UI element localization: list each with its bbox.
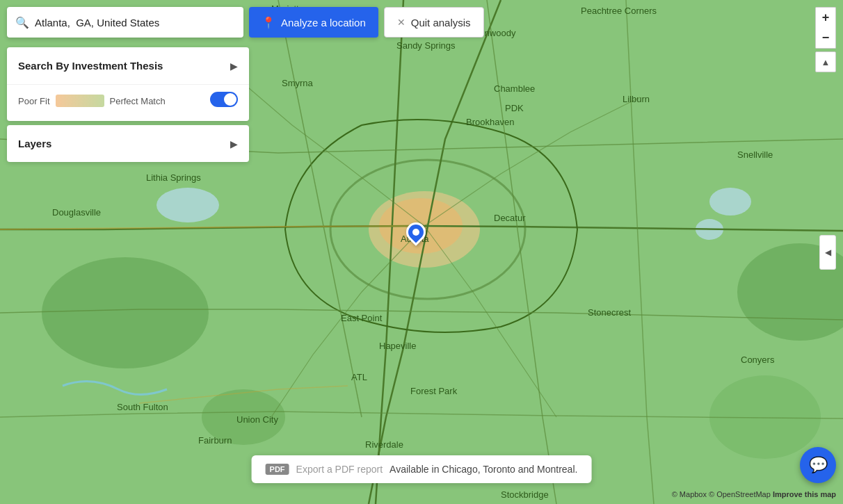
quit-label: Quit analysis xyxy=(411,17,471,29)
svg-point-9 xyxy=(202,389,285,445)
svg-point-2 xyxy=(709,188,751,216)
chat-button[interactable]: 💬 xyxy=(800,447,836,483)
poor-fit-label: Poor Fit xyxy=(18,96,50,106)
search-box[interactable]: 🔍 xyxy=(7,7,243,38)
thesis-toggle[interactable] xyxy=(210,92,238,107)
investment-thesis-header[interactable]: Search By Investment Thesis ▶ xyxy=(7,47,249,84)
left-panel: Search By Investment Thesis ▶ Poor Fit P… xyxy=(7,47,249,162)
attribution-text: © Mapbox © OpenStreetMap xyxy=(672,490,771,498)
pin-icon: 📍 xyxy=(262,16,275,29)
chevron-right-icon: ▶ xyxy=(230,60,238,72)
bottom-bar: PDF Export a PDF report Available in Chi… xyxy=(252,455,592,483)
collapse-button[interactable]: ◀ xyxy=(819,235,836,270)
export-pdf-link[interactable]: Export a PDF report xyxy=(296,464,383,475)
x-icon: ✕ xyxy=(397,17,406,28)
layers-section: Layers ▶ xyxy=(7,125,249,162)
zoom-controls: + − ▲ xyxy=(815,7,836,72)
fit-gradient-bar xyxy=(56,95,104,107)
quit-button[interactable]: ✕ Quit analysis xyxy=(384,7,484,38)
zoom-out-button[interactable]: − xyxy=(815,28,836,49)
thesis-content: Poor Fit Perfect Match xyxy=(7,84,249,121)
analyze-button[interactable]: 📍 Analyze a location xyxy=(249,7,378,38)
availability-text: Available in Chicago, Toronto and Montre… xyxy=(390,464,577,475)
layers-header[interactable]: Layers ▶ xyxy=(7,125,249,162)
toggle-track xyxy=(210,92,238,107)
zoom-in-button[interactable]: + xyxy=(815,7,836,28)
layers-title: Layers xyxy=(18,138,51,149)
analyze-label: Analyze a location xyxy=(281,17,366,29)
investment-thesis-section: Search By Investment Thesis ▶ Poor Fit P… xyxy=(7,47,249,121)
map-attribution: © Mapbox © OpenStreetMap Improve this ma… xyxy=(672,490,836,498)
improve-map-link[interactable]: Improve this map xyxy=(773,490,836,498)
collapse-arrow-icon: ◀ xyxy=(825,247,831,257)
compass-button[interactable]: ▲ xyxy=(815,51,836,72)
svg-point-1 xyxy=(156,188,219,222)
search-icon: 🔍 xyxy=(15,16,29,29)
pdf-badge: PDF xyxy=(266,464,289,475)
layers-chevron-icon: ▶ xyxy=(230,138,238,149)
thesis-toggle-wrapper[interactable] xyxy=(210,92,238,110)
chat-icon: 💬 xyxy=(809,456,828,474)
investment-thesis-title: Search By Investment Thesis xyxy=(18,60,163,72)
perfect-match-label: Perfect Match xyxy=(110,96,166,106)
svg-point-6 xyxy=(42,257,209,368)
search-input[interactable] xyxy=(35,17,235,29)
location-marker xyxy=(406,222,426,242)
toggle-thumb xyxy=(224,93,236,106)
top-bar: 🔍 📍 Analyze a location ✕ Quit analysis xyxy=(7,7,836,38)
